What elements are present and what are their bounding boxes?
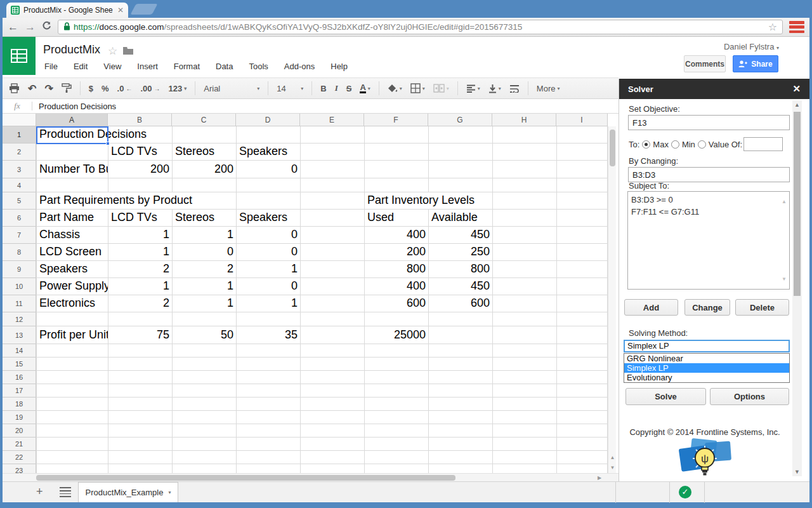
cell-G6[interactable]: Available (429, 210, 492, 226)
menu-item-addons[interactable]: Add-ons (284, 62, 315, 71)
scroll-up-icon[interactable]: ▲ (608, 453, 617, 463)
listbox-up-icon[interactable]: ▲ (782, 196, 787, 208)
cell-F5[interactable]: Part Inventory Levels (365, 192, 477, 209)
row-header-1[interactable]: 1 (3, 126, 36, 144)
formula-bar-value[interactable]: Production Decisions (32, 102, 116, 111)
cell-C8[interactable]: 0 (173, 244, 236, 260)
cell-F10[interactable]: 400 (365, 278, 428, 295)
cell-C9[interactable]: 2 (173, 261, 236, 277)
cell-D2[interactable]: Speakers (237, 144, 300, 160)
font-family-select[interactable]: Arial▾ (204, 84, 259, 93)
row-header-19[interactable]: 19 (3, 411, 36, 424)
italic-button[interactable]: I (335, 83, 338, 93)
new-tab-button[interactable] (130, 4, 157, 15)
url-bar[interactable]: https:// docs.google.com /spreadsheets/d… (58, 20, 783, 34)
cell-D10[interactable]: 0 (237, 278, 300, 295)
cell-B6[interactable]: LCD TVs (108, 210, 172, 226)
menu-item-format[interactable]: Format (174, 62, 200, 71)
row-header-12[interactable]: 12 (3, 312, 36, 326)
sheet-tab-menu-icon[interactable]: ▾ (168, 490, 171, 495)
column-header-I[interactable]: I (556, 114, 608, 126)
row-header-20[interactable]: 20 (3, 424, 36, 438)
menu-item-tools[interactable]: Tools (249, 62, 268, 71)
cell-B13[interactable]: 75 (108, 326, 172, 344)
objective-input[interactable] (628, 115, 790, 130)
cell-G9[interactable]: 800 (429, 261, 492, 277)
row-header-22[interactable]: 22 (3, 451, 36, 464)
grid-vertical-scrollbar[interactable]: ▲ ▼ (608, 126, 616, 473)
back-icon[interactable]: ← (8, 21, 18, 34)
cell-C7[interactable]: 1 (173, 227, 236, 243)
row-header-10[interactable]: 10 (3, 278, 36, 295)
column-header-F[interactable]: F (364, 114, 428, 126)
menu-item-data[interactable]: Data (216, 62, 233, 71)
max-radio[interactable] (642, 140, 650, 149)
cell-A10[interactable]: Power Supply (37, 278, 108, 295)
constraints-listbox[interactable]: ▲ ▼ B3:D3 >= 0F7:F11 <= G7:G11 (627, 191, 790, 290)
scroll-down-icon[interactable]: ▼ (608, 463, 617, 473)
cell-A9[interactable]: Speakers (37, 261, 108, 277)
font-size-select[interactable]: 14▾ (277, 84, 303, 93)
menu-item-insert[interactable]: Insert (137, 62, 158, 71)
cell-F7[interactable]: 400 (365, 227, 428, 243)
cell-C3[interactable]: 200 (173, 161, 236, 178)
comments-button[interactable]: Comments (684, 55, 726, 72)
column-header-B[interactable]: B (108, 114, 172, 126)
options-button[interactable]: Options (710, 388, 789, 405)
panel-scroll-thumb[interactable] (794, 112, 801, 296)
cell-D3[interactable]: 0 (237, 161, 300, 178)
number-format-menu[interactable]: 123▾ (169, 84, 187, 93)
row-header-2[interactable]: 2 (3, 144, 36, 161)
column-header-C[interactable]: C (172, 114, 236, 126)
column-headers[interactable]: ABCDEFGHI (3, 114, 608, 126)
increase-decimal-button[interactable]: .00→ (140, 84, 160, 93)
row-header-8[interactable]: 8 (3, 244, 36, 261)
cell-C6[interactable]: Stereos (173, 210, 236, 226)
reload-icon[interactable] (42, 21, 51, 34)
print-icon[interactable] (9, 83, 20, 93)
cell-D8[interactable]: 0 (237, 244, 300, 260)
star-document-icon[interactable]: ☆ (108, 44, 117, 58)
listbox-down-icon[interactable]: ▼ (782, 273, 787, 285)
solving-method-select[interactable]: Simplex LP (624, 340, 790, 352)
cell-A11[interactable]: Electronics (37, 295, 108, 312)
row-header-6[interactable]: 6 (3, 210, 36, 227)
value-of-radio[interactable] (698, 140, 706, 149)
method-option-grg-nonlinear[interactable]: GRG Nonlinear (624, 354, 789, 363)
row-header-9[interactable]: 9 (3, 261, 36, 278)
cell-B2[interactable]: LCD TVs (108, 144, 172, 160)
browser-tab[interactable]: ProductMix - Google Shee ✕ (6, 3, 128, 18)
add-constraint-button[interactable]: Add (624, 299, 678, 316)
cell-A3[interactable]: Number To Build (37, 161, 108, 178)
share-button[interactable]: Share (733, 55, 778, 72)
row-header-18[interactable]: 18 (3, 398, 36, 411)
cell-D6[interactable]: Speakers (237, 210, 300, 226)
cell-B11[interactable]: 2 (108, 295, 172, 312)
menu-item-view[interactable]: View (103, 62, 121, 71)
cell-G8[interactable]: 250 (429, 244, 492, 260)
cell-C2[interactable]: Stereos (173, 144, 236, 160)
formula-bar[interactable]: fx Production Decisions (3, 99, 619, 114)
cell-A6[interactable]: Part Name (37, 210, 108, 226)
more-menu[interactable]: More▾ (537, 84, 560, 93)
active-cell-selection[interactable] (36, 126, 108, 144)
column-header-D[interactable]: D (236, 114, 300, 126)
solving-method-dropdown[interactable]: GRG NonlinearSimplex LPEvolutionary (624, 353, 790, 383)
paint-format-icon[interactable] (62, 83, 72, 93)
cell-B3[interactable]: 200 (108, 161, 172, 178)
row-header-23[interactable]: 23 (3, 464, 36, 473)
grid-horizontal-scrollbar[interactable]: ▶ (3, 473, 619, 482)
borders-button[interactable]: ▾ (410, 83, 425, 93)
vertical-align-button[interactable]: ▾ (488, 84, 501, 93)
min-radio[interactable] (671, 140, 679, 149)
method-option-evolutionary[interactable]: Evolutionary (624, 373, 789, 382)
add-sheet-button[interactable]: + (36, 485, 43, 498)
account-menu[interactable]: Daniel Fylstra ▾ (724, 42, 779, 51)
cell-A5[interactable]: Part Requirements by Product (37, 192, 195, 209)
panel-scrollbar[interactable]: ▲ ▼ (792, 100, 802, 476)
change-constraint-button[interactable]: Change (684, 299, 730, 316)
cell-B7[interactable]: 1 (108, 227, 172, 243)
cell-F8[interactable]: 200 (365, 244, 428, 260)
undo-icon[interactable]: ↶ (28, 83, 36, 95)
cell-C11[interactable]: 1 (173, 295, 236, 312)
